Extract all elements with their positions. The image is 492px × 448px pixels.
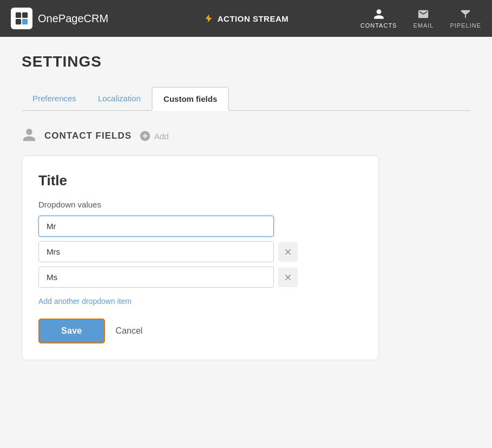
person-icon bbox=[373, 8, 385, 20]
nav-pipeline[interactable]: PIPELINE bbox=[450, 8, 481, 29]
main-content: SETTINGS Preferences Localization Custom… bbox=[0, 37, 492, 448]
svg-rect-3 bbox=[22, 19, 28, 24]
dropdown-input-ms[interactable] bbox=[38, 267, 274, 288]
tab-localization[interactable]: Localization bbox=[87, 87, 152, 110]
dropdown-row-mrs bbox=[38, 241, 362, 262]
dropdown-rows bbox=[38, 216, 362, 288]
close-icon bbox=[283, 247, 293, 257]
page-title: SETTINGS bbox=[22, 53, 470, 70]
lightning-icon bbox=[204, 14, 213, 23]
save-button[interactable]: Save bbox=[38, 319, 105, 343]
logo-area: OnePageCRM bbox=[11, 8, 108, 29]
logo-box bbox=[11, 8, 32, 29]
dropdown-row-mr bbox=[38, 216, 362, 237]
delete-mrs-button[interactable] bbox=[278, 242, 298, 262]
filter-icon bbox=[460, 8, 471, 20]
delete-ms-button[interactable] bbox=[278, 268, 298, 287]
dropdown-values-label: Dropdown values bbox=[38, 200, 362, 209]
contact-fields-header: CONTACT FIELDS Add bbox=[22, 127, 470, 145]
tab-custom-fields[interactable]: Custom fields bbox=[152, 87, 229, 111]
action-stream-nav[interactable]: ACTION STREAM bbox=[204, 14, 289, 23]
dropdown-input-mr[interactable] bbox=[38, 216, 274, 237]
settings-tabs: Preferences Localization Custom fields bbox=[22, 87, 470, 111]
card-action-buttons: Save Cancel bbox=[38, 319, 362, 343]
person-section-icon bbox=[22, 127, 37, 142]
contact-fields-title: CONTACT FIELDS bbox=[44, 131, 132, 141]
add-circle-icon bbox=[139, 130, 151, 142]
nav-icons: CONTACTS EMAIL PIPELINE bbox=[360, 8, 481, 29]
logo-text: OnePageCRM bbox=[38, 12, 108, 25]
contact-fields-icon bbox=[22, 127, 37, 145]
svg-rect-1 bbox=[22, 12, 28, 18]
logo-icon bbox=[15, 11, 29, 25]
add-dropdown-item-link[interactable]: Add another dropdown item bbox=[38, 297, 132, 306]
svg-rect-2 bbox=[16, 19, 21, 24]
dropdown-row-ms bbox=[38, 267, 362, 288]
title-field-card: Title Dropdown values bbox=[22, 155, 379, 360]
nav-contacts[interactable]: CONTACTS bbox=[360, 8, 397, 29]
email-icon bbox=[417, 8, 429, 20]
top-navigation: OnePageCRM ACTION STREAM CONTACTS EMAIL bbox=[0, 0, 492, 37]
cancel-button[interactable]: Cancel bbox=[116, 326, 143, 336]
add-field-button[interactable]: Add bbox=[139, 130, 169, 142]
svg-rect-0 bbox=[16, 12, 21, 18]
nav-email[interactable]: EMAIL bbox=[413, 8, 434, 29]
close-icon bbox=[283, 272, 293, 282]
card-title: Title bbox=[38, 172, 362, 189]
dropdown-input-mrs[interactable] bbox=[38, 241, 274, 262]
tab-preferences[interactable]: Preferences bbox=[22, 87, 87, 110]
